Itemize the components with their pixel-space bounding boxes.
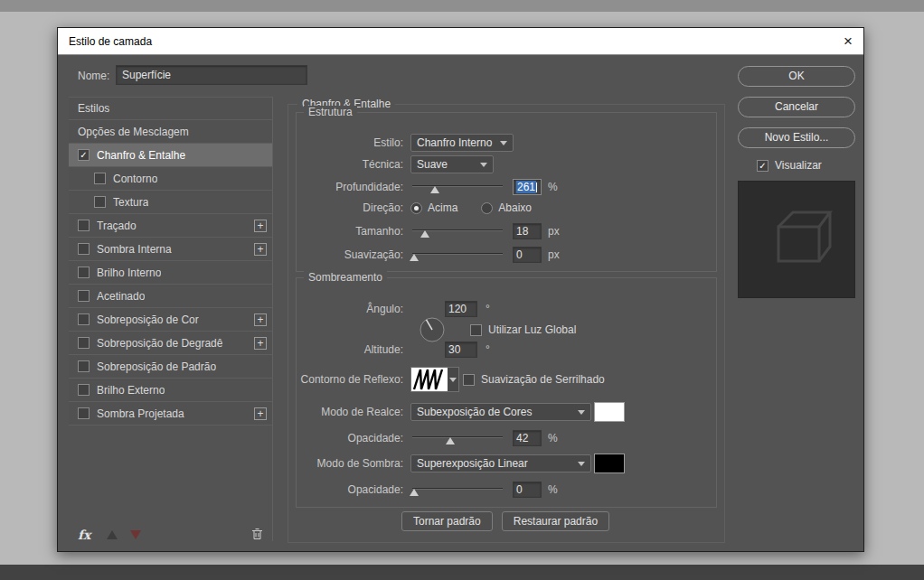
depth-value-field[interactable]: 261 [513, 179, 542, 195]
sidebar-item-sombra-projetada[interactable]: Sombra Projetada + [69, 402, 272, 426]
name-input[interactable] [116, 65, 307, 85]
shadow-opacity-slider[interactable] [412, 483, 503, 496]
close-icon[interactable]: × [844, 33, 853, 49]
size-slider[interactable] [412, 225, 503, 238]
structure-group-title: Estrutura [304, 106, 357, 118]
move-up-icon[interactable] [107, 530, 118, 539]
checkbox-unchecked-icon[interactable] [78, 313, 90, 325]
add-effect-plus-icon[interactable]: + [254, 220, 267, 232]
soften-slider[interactable] [412, 248, 503, 261]
checkbox-unchecked-icon[interactable] [78, 384, 90, 396]
shadow-opacity-unit: % [548, 483, 558, 496]
technique-dropdown[interactable]: Suave [410, 155, 494, 173]
angle-value-field[interactable]: 120 [445, 301, 477, 317]
checkbox-unchecked-icon[interactable] [78, 267, 90, 278]
shadow-mode-dropdown[interactable]: Superexposição Linear [410, 454, 591, 472]
shadow-opacity-value-field[interactable]: 0 [513, 482, 542, 498]
slider-thumb[interactable] [410, 489, 419, 496]
radio-down-icon[interactable] [481, 202, 493, 214]
global-light-label[interactable]: Utilizar Luz Global [488, 323, 576, 336]
new-style-button[interactable]: Novo Estilo... [738, 127, 855, 148]
sidebar-item-brilho-interno[interactable]: Brilho Interno [69, 261, 272, 285]
sidebar-item-acetinado[interactable]: Acetinado [69, 285, 272, 308]
contour-thumbnail-icon [411, 368, 448, 391]
slider-thumb[interactable] [446, 437, 455, 444]
checkbox-unchecked-icon[interactable] [78, 220, 90, 231]
soften-value-field[interactable]: 0 [513, 247, 542, 263]
dialog-body: Nome: Estilos Opções de Mesclagem ✓ Chan… [58, 55, 863, 551]
highlight-opacity-value-field[interactable]: 42 [513, 430, 542, 446]
slider-thumb[interactable] [430, 186, 439, 193]
reset-default-button[interactable]: Restaurar padrão [502, 511, 609, 531]
checkbox-unchecked-icon[interactable] [78, 243, 90, 255]
move-down-icon[interactable] [130, 530, 141, 539]
direction-down-label[interactable]: Abaixo [498, 201, 532, 214]
size-value-field[interactable]: 18 [513, 223, 542, 239]
sidebar-item-sobreposicao-de-degrade[interactable]: Sobreposição de Degradê + [69, 332, 272, 355]
style-label: Estilo: [297, 136, 410, 149]
checkbox-unchecked-icon[interactable] [94, 173, 106, 184]
direction-up-label[interactable]: Acima [428, 201, 457, 214]
ok-button[interactable]: OK [738, 66, 855, 87]
add-effect-plus-icon[interactable]: + [254, 407, 267, 420]
style-dropdown[interactable]: Chanfro Interno [410, 134, 514, 152]
name-label: Nome: [78, 67, 109, 85]
add-effect-plus-icon[interactable]: + [254, 313, 267, 326]
make-default-button[interactable]: Tornar padrão [401, 511, 493, 531]
radio-up-icon[interactable] [410, 202, 422, 214]
highlight-mode-row: Modo de Realce: Subexposição de Cores [297, 402, 716, 422]
checkbox-checked-icon[interactable]: ✓ [78, 149, 90, 161]
shadow-mode-row: Modo de Sombra: Superexposição Linear [297, 454, 716, 473]
sidebar-item-tracado[interactable]: Traçado + [69, 214, 272, 238]
sidebar-item-textura[interactable]: Textura [69, 191, 272, 214]
shadow-mode-label: Modo de Sombra: [297, 457, 410, 470]
checkbox-unchecked-icon[interactable] [78, 407, 90, 419]
preview-label[interactable]: Visualizar [775, 159, 822, 172]
shadow-color-swatch[interactable] [594, 454, 625, 473]
sidebar-item-opcoes-de-mesclagem[interactable]: Opções de Mesclagem [69, 120, 272, 144]
gloss-contour-picker[interactable] [410, 367, 459, 392]
sidebar-item-contorno[interactable]: Contorno [69, 167, 272, 191]
sidebar-item-estilos[interactable]: Estilos [69, 97, 272, 120]
highlight-mode-dropdown[interactable]: Subexposição de Cores [410, 403, 591, 421]
altitude-value-field[interactable]: 30 [445, 341, 477, 358]
highlight-opacity-slider[interactable] [412, 432, 503, 444]
add-effect-plus-icon[interactable]: + [254, 243, 267, 256]
highlight-color-swatch[interactable] [594, 402, 625, 422]
checkbox-unchecked-icon[interactable] [78, 290, 90, 302]
checkbox-unchecked-icon[interactable] [78, 337, 90, 349]
fx-icon[interactable]: fx [78, 528, 90, 542]
bevel-emboss-panel: Chanfro & Entalhe Estrutura Estilo: Chan… [288, 104, 725, 543]
checkbox-unchecked-icon[interactable] [94, 196, 106, 208]
trash-icon[interactable] [250, 527, 264, 544]
altitude-unit: ° [486, 343, 490, 356]
add-effect-plus-icon[interactable]: + [254, 337, 267, 350]
sidebar-item-sobreposicao-de-padrao[interactable]: Sobreposição de Padrão [69, 355, 272, 379]
depth-slider[interactable] [412, 181, 503, 193]
soften-label: Suavização: [297, 248, 410, 261]
checkbox-checked-icon[interactable]: ✓ [757, 160, 768, 172]
direction-label: Direção: [297, 201, 410, 214]
preview-toggle-row: ✓ Visualizar [757, 159, 822, 172]
sidebar-item-sombra-interna[interactable]: Sombra Interna + [69, 238, 272, 261]
chevron-down-icon [448, 368, 458, 391]
technique-label: Técnica: [297, 158, 410, 171]
chevron-down-icon [500, 141, 507, 145]
checkbox-unchecked-icon[interactable] [463, 374, 475, 386]
chevron-down-icon [578, 410, 585, 415]
chevron-down-icon [578, 462, 585, 466]
slider-thumb[interactable] [420, 230, 429, 238]
styles-sidebar: Estilos Opções de Mesclagem ✓ Chanfro & … [69, 97, 273, 541]
cancel-button[interactable]: Cancelar [738, 97, 855, 117]
technique-row: Técnica: Suave [297, 154, 716, 174]
direction-row: Direção: Acima Abaixo [297, 198, 716, 218]
gloss-contour-row: Contorno de Reflexo: Suavização de [297, 367, 716, 392]
slider-thumb[interactable] [410, 254, 419, 261]
checkbox-unchecked-icon[interactable] [470, 324, 482, 336]
size-unit: px [548, 225, 560, 238]
sidebar-item-brilho-externo[interactable]: Brilho Externo [69, 379, 272, 402]
antialias-label[interactable]: Suavização de Serrilhado [481, 373, 605, 386]
checkbox-unchecked-icon[interactable] [78, 360, 90, 372]
sidebar-item-chanfro-entalhe[interactable]: ✓ Chanfro & Entalhe [69, 144, 272, 167]
sidebar-item-sobreposicao-de-cor[interactable]: Sobreposição de Cor + [69, 308, 272, 332]
